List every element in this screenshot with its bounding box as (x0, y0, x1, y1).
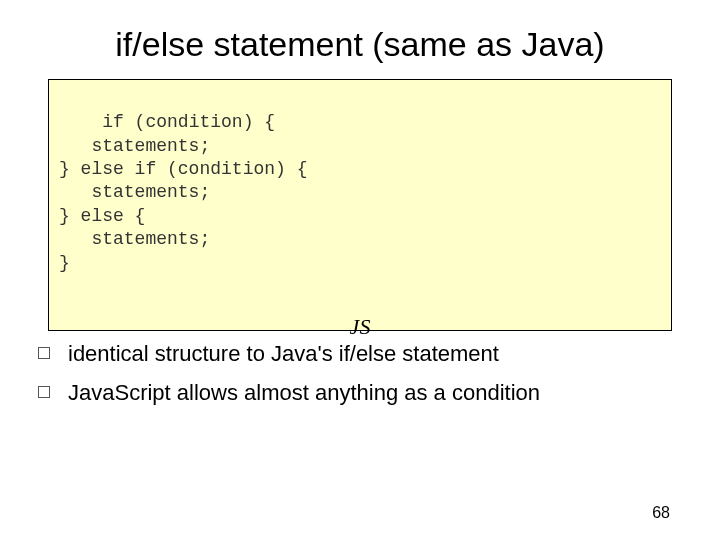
list-item: identical structure to Java's if/else st… (48, 339, 672, 369)
code-block: if (condition) { statements; } else if (… (48, 79, 672, 331)
code-language-label: JS (350, 313, 371, 342)
page-number: 68 (652, 504, 670, 522)
list-item: JavaScript allows almost anything as a c… (48, 378, 672, 408)
slide-title: if/else statement (same as Java) (48, 24, 672, 65)
code-text: if (condition) { statements; } else if (… (59, 112, 307, 272)
slide: if/else statement (same as Java) if (con… (0, 0, 720, 540)
bullet-list: identical structure to Java's if/else st… (48, 339, 672, 408)
